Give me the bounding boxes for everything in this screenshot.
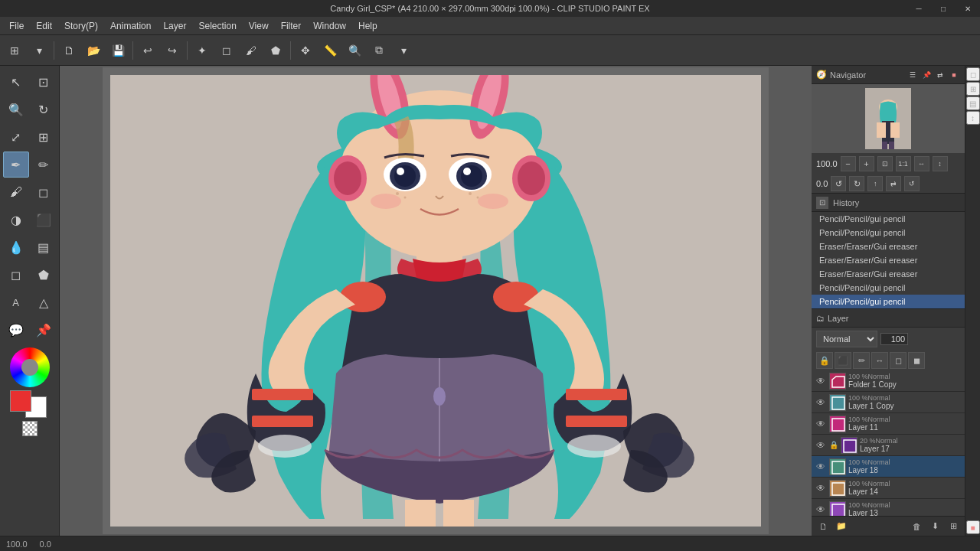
- far-right-btn-5[interactable]: ■: [966, 520, 980, 534]
- lock-trans-btn[interactable]: ⬛: [835, 352, 851, 369]
- layer-vis-6[interactable]: 👁: [815, 504, 827, 515]
- transform-button[interactable]: ✦: [191, 39, 214, 62]
- nav-rot-ccw[interactable]: ↺: [831, 176, 846, 191]
- canvas-area[interactable]: [60, 66, 812, 536]
- nav-flip-extra[interactable]: ⇄: [886, 176, 901, 191]
- nav-100-btn[interactable]: 1:1: [896, 156, 911, 171]
- color-wheel[interactable]: [10, 347, 50, 387]
- gradient-tool[interactable]: ▤: [31, 234, 57, 260]
- history-item-3[interactable]: Eraser/Eraser/Gui ereaser: [812, 253, 965, 267]
- eyedrop-tool[interactable]: 💧: [3, 234, 29, 260]
- history-item-6[interactable]: Pencil/Pencil/gui pencil: [812, 295, 965, 308]
- opacity-input[interactable]: [880, 333, 908, 345]
- far-right-btn-2[interactable]: ⊞: [966, 82, 980, 96]
- delete-layer-btn[interactable]: 🗑: [908, 519, 925, 534]
- blend-mode-select[interactable]: Normal: [816, 331, 877, 347]
- pen-tool[interactable]: ✒: [3, 152, 29, 178]
- cursor-tool[interactable]: ↖: [3, 69, 29, 95]
- menu-item-storyp[interactable]: Story(P): [58, 19, 104, 33]
- history-item-0[interactable]: Pencil/Pencil/gui pencil: [812, 212, 965, 226]
- layer-item-2[interactable]: 👁 100 %Normal Layer 11: [812, 413, 965, 435]
- history-item-5[interactable]: Pencil/Pencil/gui pencil: [812, 281, 965, 295]
- nav-extra2[interactable]: ↺: [904, 176, 920, 191]
- menu-item-edit[interactable]: Edit: [30, 19, 58, 33]
- vector-tool[interactable]: △: [31, 289, 57, 315]
- lock-extra2[interactable]: ◼: [908, 352, 925, 369]
- nav-flip-v[interactable]: ↕: [933, 156, 948, 171]
- blend-tool[interactable]: ◑: [3, 207, 29, 233]
- nav-rot-reset[interactable]: ↑: [867, 176, 883, 191]
- lock-all-btn[interactable]: 🔒: [816, 352, 833, 369]
- menu-item-view[interactable]: View: [243, 19, 275, 33]
- text-tool[interactable]: A: [3, 289, 29, 315]
- undo-button[interactable]: ↩: [136, 39, 159, 62]
- layer-item-0[interactable]: 👁 100 %Normal Folder 1 Copy: [812, 370, 965, 392]
- nav-zoom-out[interactable]: −: [841, 156, 856, 171]
- dropdown-button[interactable]: ▾: [28, 39, 51, 62]
- nav-zoom-in[interactable]: +: [859, 156, 874, 171]
- nav-swap-btn[interactable]: ⇄: [934, 69, 946, 81]
- save-button[interactable]: 💾: [106, 39, 129, 62]
- layer-item-1[interactable]: 👁 100 %Normal Layer 1 Copy: [812, 392, 965, 413]
- extra-button[interactable]: ▾: [392, 39, 415, 62]
- layer-item-4[interactable]: 👁 100 %Normal Layer 18: [812, 456, 965, 478]
- far-right-btn-4[interactable]: ↕: [966, 111, 980, 125]
- layer-item-6[interactable]: 👁 100 %Normal Layer 13: [812, 499, 965, 516]
- open-button[interactable]: 📂: [82, 39, 105, 62]
- close-button[interactable]: ✕: [956, 0, 980, 17]
- menu-item-help[interactable]: Help: [352, 19, 384, 33]
- move-button[interactable]: ✥: [294, 39, 317, 62]
- rotate-tool[interactable]: ↻: [31, 96, 57, 122]
- eraser-tool[interactable]: ◻: [31, 179, 57, 205]
- nav-color-btn[interactable]: ■: [948, 69, 960, 81]
- minimize-button[interactable]: ─: [906, 0, 931, 17]
- nav-pin-btn[interactable]: 📌: [920, 69, 933, 81]
- zoom-tool[interactable]: 🔍: [3, 96, 29, 122]
- menu-item-window[interactable]: Window: [307, 19, 352, 33]
- lasso-button[interactable]: ⬟: [264, 39, 287, 62]
- menu-item-file[interactable]: File: [3, 19, 30, 33]
- fill-tool[interactable]: ⬛: [31, 207, 57, 233]
- new-folder-btn[interactable]: 📁: [833, 519, 850, 534]
- layer-vis-4[interactable]: 👁: [815, 461, 827, 472]
- far-right-btn-3[interactable]: ▤: [966, 96, 980, 110]
- layer-vis-0[interactable]: 👁: [815, 376, 827, 386]
- grid-view-button[interactable]: ⊞: [3, 39, 26, 62]
- layer-item-5[interactable]: 👁 100 %Normal Layer 14: [812, 478, 965, 499]
- copy-layer-btn[interactable]: ⊞: [945, 519, 962, 534]
- menu-item-layer[interactable]: Layer: [157, 19, 192, 33]
- lock-pos-btn[interactable]: ↔: [871, 352, 888, 369]
- new-layer-btn[interactable]: 🗋: [815, 519, 831, 534]
- pencil-tool[interactable]: ✏: [31, 152, 57, 178]
- lock-draw-btn[interactable]: ✏: [853, 352, 870, 369]
- zoom-button[interactable]: 🔍: [343, 39, 366, 62]
- pin-tool[interactable]: 📌: [31, 317, 57, 343]
- merge-layer-btn[interactable]: ⬇: [926, 519, 943, 534]
- transparent-color[interactable]: [22, 421, 38, 436]
- lock-extra1[interactable]: ◻: [890, 352, 906, 369]
- crop-button[interactable]: ⧉: [368, 39, 390, 62]
- history-item-1[interactable]: Pencil/Pencil/gui pencil: [812, 226, 965, 240]
- ruler-button[interactable]: 📏: [318, 39, 341, 62]
- nav-rot-cw[interactable]: ↻: [849, 176, 864, 191]
- history-item-2[interactable]: Eraser/Eraser/Gui ereaser: [812, 240, 965, 253]
- layer-vis-2[interactable]: 👁: [815, 419, 827, 429]
- foreground-color[interactable]: [10, 390, 31, 412]
- redo-button[interactable]: ↪: [161, 39, 184, 62]
- nav-fit-btn[interactable]: ⊡: [877, 156, 893, 171]
- layer-vis-1[interactable]: 👁: [815, 397, 827, 408]
- nav-flip-h[interactable]: ↔: [914, 156, 929, 171]
- brush-tool[interactable]: 🖌: [3, 179, 29, 205]
- lasso-select-tool[interactable]: ⬟: [31, 262, 57, 288]
- nav-menu-btn[interactable]: ☰: [906, 69, 919, 81]
- select-button[interactable]: ◻: [215, 39, 238, 62]
- layer-item-3[interactable]: 👁 🔒 20 %Normal Layer 17: [812, 435, 965, 456]
- menu-item-animation[interactable]: Animation: [104, 19, 157, 33]
- menu-item-filter[interactable]: Filter: [275, 19, 308, 33]
- select-tool[interactable]: ◻: [3, 262, 29, 288]
- layer-vis-3[interactable]: 👁: [815, 440, 827, 451]
- move-layer-tool[interactable]: ⤢: [3, 124, 29, 150]
- far-right-btn-1[interactable]: ◻: [966, 67, 980, 81]
- menu-item-selection[interactable]: Selection: [192, 19, 242, 33]
- brush-button[interactable]: 🖌: [240, 39, 263, 62]
